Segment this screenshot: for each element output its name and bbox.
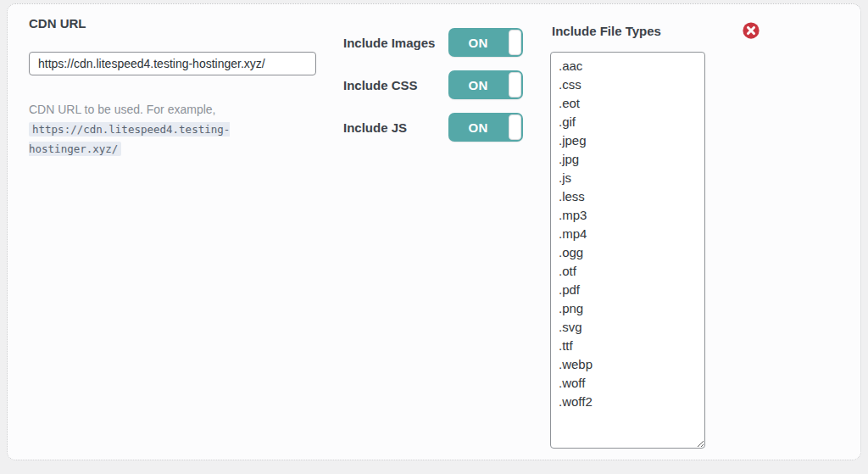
include-css-label: Include CSS: [343, 78, 418, 92]
toggle-state-label: ON: [448, 70, 508, 99]
toggle-state-label: ON: [448, 28, 508, 57]
circle-x-dismiss-icon: [742, 21, 760, 40]
toggle-knob: [509, 30, 521, 55]
include-js-toggle[interactable]: ON: [448, 113, 523, 142]
include-images-toggle[interactable]: ON: [448, 28, 523, 57]
include-images-label: Include Images: [343, 36, 435, 50]
page-background: { "card": { "cdn_url": { "label": "CDN U…: [0, 0, 868, 474]
toggle-knob: [509, 114, 521, 140]
include-images-row: Include Images ON: [343, 28, 523, 57]
toggle-knob: [509, 72, 521, 98]
file-types-header: Include File Types: [552, 20, 760, 41]
file-types-textarea[interactable]: [550, 52, 705, 449]
cdn-url-input[interactable]: [29, 52, 316, 75]
cdn-url-label: CDN URL: [29, 16, 86, 31]
file-types-label: Include File Types: [552, 24, 661, 38]
cdn-url-description-text: CDN URL to be used. For example,: [29, 103, 215, 116]
cdn-url-example-code: https://cdn.litespeed4.testing-hostinger…: [29, 122, 230, 156]
include-css-toggle[interactable]: ON: [448, 70, 523, 99]
cdn-settings-card: CDN URL CDN URL to be used. For example,…: [7, 3, 861, 460]
include-js-label: Include JS: [343, 120, 407, 135]
include-js-row: Include JS ON: [343, 113, 523, 142]
dismiss-reset-button[interactable]: [742, 21, 760, 40]
cdn-url-description: CDN URL to be used. For example, https:/…: [29, 100, 315, 159]
toggle-state-label: ON: [448, 113, 508, 142]
include-css-row: Include CSS ON: [343, 70, 523, 99]
